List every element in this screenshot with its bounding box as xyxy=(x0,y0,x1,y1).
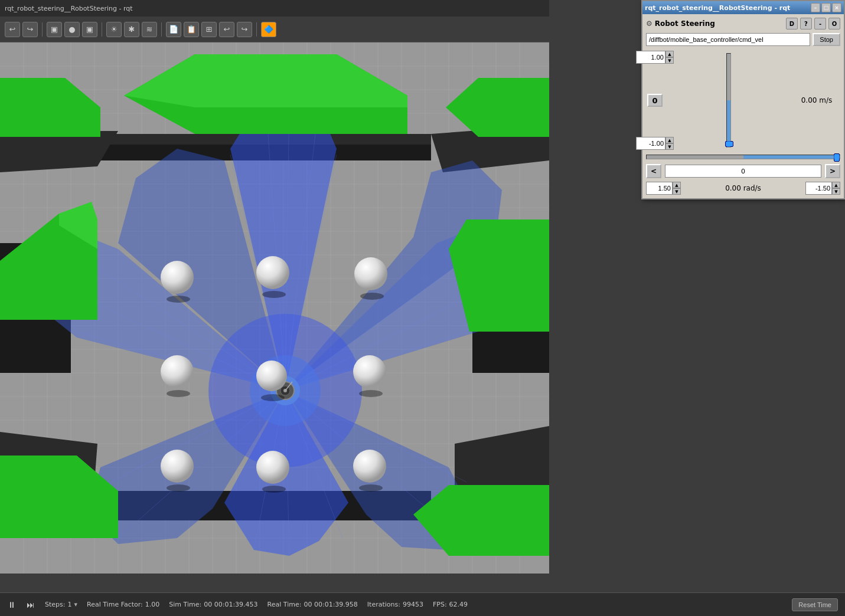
toolbar-sun[interactable]: ☀ xyxy=(106,22,122,37)
step-btn[interactable]: ⏭ xyxy=(26,600,35,610)
slider-section: ▲ ▼ 0 ▲ ▼ xyxy=(646,51,840,150)
svg-point-110 xyxy=(167,484,190,492)
toolbar-lines[interactable]: ≋ xyxy=(142,22,157,37)
steps-label: Steps: xyxy=(45,601,65,608)
real-time-label: Real Time: xyxy=(267,601,302,608)
3d-viewport[interactable] xyxy=(0,42,549,574)
steer-right-down[interactable]: ▼ xyxy=(832,188,840,195)
win-restore[interactable]: □ xyxy=(821,3,831,12)
svg-point-111 xyxy=(262,486,286,493)
steer-right-input[interactable] xyxy=(805,182,832,195)
iter-label: Iterations: xyxy=(367,601,400,608)
real-time-item: Real Time: 00 00:01:39.958 xyxy=(267,601,358,608)
hdr-minus-btn[interactable]: - xyxy=(814,18,826,30)
pause-btn[interactable]: ⏸ xyxy=(7,600,17,610)
svg-point-95 xyxy=(161,261,194,294)
fps-item: FPS: 62.49 xyxy=(433,601,468,608)
steer-right-spinbox: ▲ ▼ xyxy=(805,182,840,195)
steering-titlebar-text: rqt_robot_steering__RobotSteering - rqt xyxy=(645,4,790,12)
svg-point-107 xyxy=(167,390,190,397)
reset-time-btn[interactable]: Reset Time xyxy=(792,598,838,611)
topic-row: Stop xyxy=(646,33,840,46)
sim-time-item: Sim Time: 00 00:01:39.453 xyxy=(169,601,257,608)
win-minimize[interactable]: – xyxy=(811,3,820,12)
h-slider-section xyxy=(646,155,840,159)
iterations-item: Iterations: 99453 xyxy=(367,601,423,608)
svg-point-98 xyxy=(161,355,194,388)
main-titlebar-text: rqt_robot_steering__RobotSteering - rqt xyxy=(5,5,133,12)
svg-point-104 xyxy=(167,296,190,303)
h-slider-track[interactable] xyxy=(646,155,840,159)
win-close[interactable]: × xyxy=(832,3,841,12)
toolbar-sep1 xyxy=(42,22,43,37)
main-titlebar: rqt_robot_steering__RobotSteering - rqt xyxy=(0,0,549,17)
real-time-factor-item: Real Time Factor: 1.00 xyxy=(87,601,159,608)
speed-display: 0.00 m/s xyxy=(801,96,833,104)
steps-value: 1 xyxy=(67,601,71,608)
steer-left-up[interactable]: ▲ xyxy=(673,182,681,188)
speed-zero-btn[interactable]: 0 xyxy=(647,94,663,107)
toolbar-circle[interactable]: ● xyxy=(64,22,80,37)
v-slider-track[interactable] xyxy=(726,53,731,148)
iter-value: 99453 xyxy=(403,601,423,608)
steering-row: < 0 > xyxy=(646,164,840,178)
speed-max-input[interactable] xyxy=(636,51,665,64)
steer-left-btn[interactable]: < xyxy=(646,164,661,178)
rtf-value: 1.00 xyxy=(145,601,160,608)
steering-plugin-label: Robot Steering xyxy=(655,19,784,28)
svg-point-97 xyxy=(354,257,387,290)
steering-content: ⚙ Robot Steering D ? - O Stop ▲ ▼ xyxy=(642,14,844,198)
toolbar-clipboard[interactable]: 📋 xyxy=(184,22,199,37)
steps-item: Steps: 1 ▾ xyxy=(45,601,77,608)
svg-point-106 xyxy=(360,293,384,300)
values-row: ▲ ▼ 0.00 rad/s ▲ ▼ xyxy=(646,182,840,195)
toolbar-undo2[interactable]: ↩ xyxy=(219,22,234,37)
speed-min-input[interactable] xyxy=(636,137,665,150)
steer-right-arrows: ▲ ▼ xyxy=(832,182,840,195)
steer-right-btn[interactable]: > xyxy=(825,164,840,178)
toolbar-square[interactable]: ▣ xyxy=(82,22,97,37)
toolbar-grid[interactable]: ⊞ xyxy=(201,22,217,37)
toolbar-settings[interactable]: ✱ xyxy=(124,22,139,37)
svg-point-100 xyxy=(353,355,386,388)
toolbar-undo[interactable]: ↩ xyxy=(5,22,20,37)
toolbar-box[interactable]: ▣ xyxy=(47,22,62,37)
v-speed-controls: ▲ ▼ 0 ▲ ▼ xyxy=(646,51,664,150)
svg-point-108 xyxy=(261,394,285,401)
toolbar-sep3 xyxy=(161,22,162,37)
stop-button[interactable]: Stop xyxy=(813,33,840,46)
svg-point-112 xyxy=(359,484,383,492)
step-arrow[interactable]: ▾ xyxy=(74,601,77,608)
toolbar-sep2 xyxy=(102,22,102,37)
steer-zero-display: 0 xyxy=(665,165,821,178)
steer-left-spinbox: ▲ ▼ xyxy=(646,182,681,195)
toolbar-diamond[interactable]: 🔷 xyxy=(261,22,276,37)
scene-svg xyxy=(0,42,549,574)
svg-point-99 xyxy=(256,361,287,391)
hdr-d-btn[interactable]: D xyxy=(786,18,798,30)
fps-value: 62.49 xyxy=(449,601,468,608)
sim-time-value: 00 00:01:39.453 xyxy=(204,601,257,608)
v-slider-wrap xyxy=(667,51,789,150)
speed-display-col: 0.00 m/s xyxy=(793,51,840,150)
hdr-o-btn[interactable]: O xyxy=(828,18,840,30)
steer-left-input[interactable] xyxy=(646,182,673,195)
status-bar: ⏸ ⏭ Steps: 1 ▾ Real Time Factor: 1.00 Si… xyxy=(0,592,845,616)
toolbar-redo[interactable]: ↪ xyxy=(22,22,38,37)
topic-input[interactable] xyxy=(646,33,810,46)
steer-right-up[interactable]: ▲ xyxy=(832,182,840,188)
window-controls: – □ × xyxy=(811,3,841,12)
sim-time-label: Sim Time: xyxy=(169,601,201,608)
steer-left-down[interactable]: ▼ xyxy=(673,188,681,195)
toolbar-doc[interactable]: 📄 xyxy=(166,22,181,37)
toolbar-sep4 xyxy=(256,22,257,37)
hdr-help-btn[interactable]: ? xyxy=(800,18,812,30)
svg-point-109 xyxy=(359,390,383,397)
svg-point-103 xyxy=(353,450,386,483)
steer-left-arrows: ▲ ▼ xyxy=(673,182,681,195)
svg-point-101 xyxy=(161,450,194,483)
fps-label: FPS: xyxy=(433,601,447,608)
steering-header: ⚙ Robot Steering D ? - O xyxy=(646,18,840,30)
rtf-label: Real Time Factor: xyxy=(87,601,143,608)
toolbar-redo2[interactable]: ↪ xyxy=(237,22,252,37)
